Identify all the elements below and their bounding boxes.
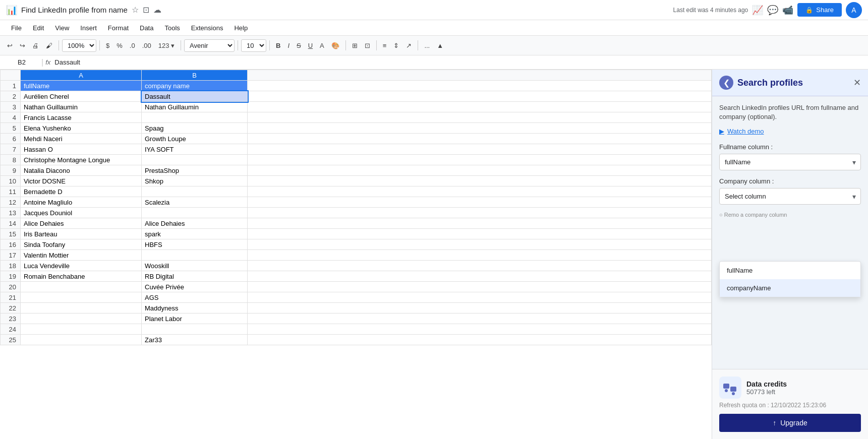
cell-c11[interactable]: [248, 186, 712, 197]
panel-back-button[interactable]: ❮: [719, 76, 733, 90]
cell-a3[interactable]: Nathan Guillaumin: [21, 102, 142, 112]
underline-button[interactable]: U: [305, 40, 316, 51]
cell-b11[interactable]: [142, 186, 248, 197]
cell-c1[interactable]: [248, 81, 712, 91]
cloud-icon[interactable]: ☁: [153, 5, 161, 15]
font-size-select[interactable]: 10: [241, 39, 266, 52]
company-column-select[interactable]: Select column fullName companyName: [719, 188, 861, 205]
cell-a23[interactable]: [21, 313, 142, 324]
cell-a6[interactable]: Mehdi Naceri: [21, 134, 142, 144]
cell-b4[interactable]: [142, 112, 248, 123]
cell-c10[interactable]: [248, 176, 712, 186]
font-select[interactable]: Avenir: [184, 39, 235, 52]
cell-b18[interactable]: Wooskill: [142, 261, 248, 271]
col-header-b[interactable]: B: [142, 70, 248, 81]
cell-b5[interactable]: Spaag: [142, 123, 248, 134]
cell-c21[interactable]: [248, 292, 712, 303]
cell-c14[interactable]: [248, 218, 712, 229]
cell-b16[interactable]: HBFS: [142, 239, 248, 250]
cell-a16[interactable]: Sinda Toofany: [21, 239, 142, 250]
panel-close-button[interactable]: ✕: [853, 77, 861, 88]
percent-button[interactable]: %: [113, 40, 126, 51]
cell-b25[interactable]: Zar33: [142, 335, 248, 345]
menu-edit[interactable]: Edit: [28, 22, 49, 34]
cell-a19[interactable]: Romain Benchabane: [21, 271, 142, 282]
cell-c2[interactable]: [248, 91, 712, 102]
italic-button[interactable]: I: [284, 40, 293, 51]
avatar[interactable]: A: [846, 2, 862, 18]
cell-a13[interactable]: Jacques Douniol: [21, 208, 142, 218]
menu-tools[interactable]: Tools: [159, 22, 185, 34]
cell-a9[interactable]: Natalia Diacono: [21, 165, 142, 176]
watch-demo-link[interactable]: ▶ Watch demo: [719, 128, 861, 135]
bold-button[interactable]: B: [273, 40, 283, 51]
menu-data[interactable]: Data: [135, 22, 158, 34]
cell-a21[interactable]: [21, 292, 142, 303]
col-header-c[interactable]: [248, 70, 712, 81]
cell-a1[interactable]: fullName: [21, 81, 142, 91]
more-formats-button[interactable]: 123 ▾: [155, 40, 178, 51]
cell-c20[interactable]: [248, 282, 712, 292]
dropdown-item-fullname[interactable]: fullName: [720, 262, 860, 279]
cell-a15[interactable]: Iris Barteau: [21, 229, 142, 239]
undo-button[interactable]: ↩: [4, 40, 16, 51]
cell-a8[interactable]: Christophe Montagne Longue: [21, 155, 142, 165]
zoom-select[interactable]: 100%: [62, 39, 96, 52]
cell-b12[interactable]: Scalezia: [142, 197, 248, 208]
cell-c18[interactable]: [248, 261, 712, 271]
cell-c6[interactable]: [248, 134, 712, 144]
share-button[interactable]: 🔒 Share: [797, 3, 842, 17]
print-button[interactable]: 🖨: [29, 40, 42, 51]
cell-b23[interactable]: Planet Labor: [142, 313, 248, 324]
cell-a24[interactable]: [21, 324, 142, 335]
halign-button[interactable]: ≡: [380, 40, 390, 51]
redo-button[interactable]: ↪: [17, 40, 28, 51]
menu-insert[interactable]: Insert: [75, 22, 102, 34]
menu-view[interactable]: View: [50, 22, 74, 34]
formula-input[interactable]: [52, 58, 864, 66]
borders-button[interactable]: ⊞: [349, 40, 361, 51]
cell-a20[interactable]: [21, 282, 142, 292]
cell-b19[interactable]: RB Digital: [142, 271, 248, 282]
valign-button[interactable]: ⇕: [390, 40, 402, 51]
cell-c22[interactable]: [248, 303, 712, 313]
cell-b24[interactable]: [142, 324, 248, 335]
merge-button[interactable]: ⊡: [362, 40, 373, 51]
cell-c13[interactable]: [248, 208, 712, 218]
cell-b14[interactable]: Alice Dehaies: [142, 218, 248, 229]
cell-c25[interactable]: [248, 335, 712, 345]
upgrade-button[interactable]: ↑ Upgrade: [719, 414, 861, 432]
cell-c12[interactable]: [248, 197, 712, 208]
cell-c3[interactable]: [248, 102, 712, 112]
cell-a14[interactable]: Alice Dehaies: [21, 218, 142, 229]
dec-dec-button[interactable]: .0: [127, 40, 138, 51]
cell-a2[interactable]: Aurélien Cherel: [21, 91, 142, 102]
cell-b21[interactable]: AGS: [142, 292, 248, 303]
cell-c5[interactable]: [248, 123, 712, 134]
comment-icon[interactable]: 💬: [767, 5, 778, 16]
meet-icon[interactable]: 📹: [782, 5, 793, 16]
cell-c16[interactable]: [248, 239, 712, 250]
menu-extensions[interactable]: Extensions: [186, 22, 228, 34]
cell-c15[interactable]: [248, 229, 712, 239]
cell-b22[interactable]: Maddyness: [142, 303, 248, 313]
cell-a7[interactable]: Hassan O: [21, 144, 142, 155]
cell-a11[interactable]: Bernadette D: [21, 186, 142, 197]
paint-format-button[interactable]: 🖌: [43, 40, 55, 51]
cell-a25[interactable]: [21, 335, 142, 345]
cell-c23[interactable]: [248, 313, 712, 324]
col-header-a[interactable]: A: [21, 70, 142, 81]
dropdown-item-companyname[interactable]: companyName: [720, 279, 860, 297]
strikethrough-button[interactable]: S: [294, 40, 304, 51]
cell-b15[interactable]: spark: [142, 229, 248, 239]
cell-a18[interactable]: Luca Vendeville: [21, 261, 142, 271]
cell-c8[interactable]: [248, 155, 712, 165]
spreadsheet[interactable]: A B 1fullNamecompany name2Aurélien Chere…: [0, 70, 712, 439]
star-icon[interactable]: ☆: [132, 5, 139, 15]
cell-a4[interactable]: Francis Lacasse: [21, 112, 142, 123]
cell-b10[interactable]: Shkop: [142, 176, 248, 186]
cell-b13[interactable]: [142, 208, 248, 218]
cell-c7[interactable]: [248, 144, 712, 155]
cell-b1[interactable]: company name: [142, 81, 248, 91]
cell-b2[interactable]: Dassault: [142, 91, 248, 102]
